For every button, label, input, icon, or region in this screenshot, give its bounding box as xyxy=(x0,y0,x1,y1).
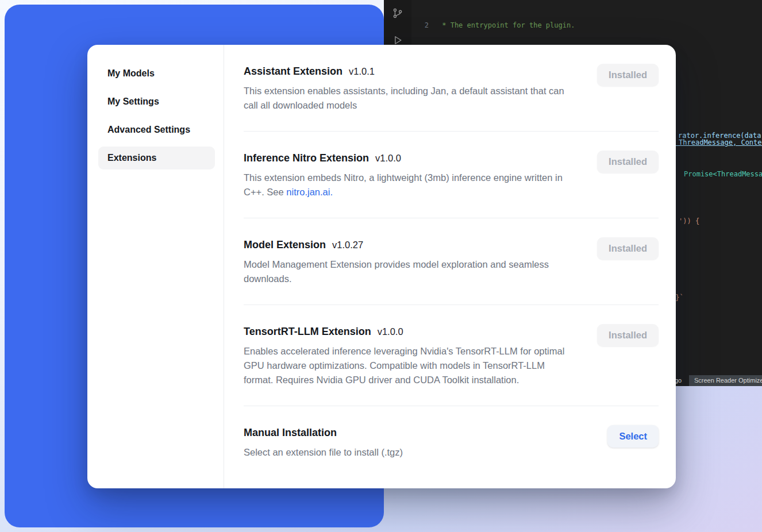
extension-name: Inference Nitro Extension xyxy=(244,152,369,164)
extension-description: Model Management Extension provides mode… xyxy=(244,257,576,286)
extension-name: Model Extension xyxy=(244,239,326,250)
extension-info: TensortRT-LLM Extensionv1.0.0 Enables ac… xyxy=(244,324,576,387)
manual-installation-title: Manual Installation xyxy=(244,425,403,440)
installed-button[interactable]: Installed xyxy=(597,324,659,346)
extension-description: Enables accelerated inference leveraging… xyxy=(244,344,576,387)
extension-description: This extension enables assistants, inclu… xyxy=(244,84,576,113)
run-debug-icon[interactable] xyxy=(392,34,403,46)
sidebar-item-extensions[interactable]: Extensions xyxy=(98,147,215,169)
code-comment: * The entrypoint for the plugin. xyxy=(438,21,575,29)
extension-title: TensortRT-LLM Extensionv1.0.0 xyxy=(244,324,576,339)
code-fragment: ')) { xyxy=(679,217,699,225)
settings-sidebar: My Models My Settings Advanced Settings … xyxy=(87,45,224,488)
extension-version: v1.0.27 xyxy=(332,240,363,250)
extension-description: This extension embeds Nitro, a lightweig… xyxy=(244,171,576,199)
extension-info: Manual Installation Select an extension … xyxy=(244,425,403,460)
extension-name: TensortRT-LLM Extension xyxy=(244,326,371,337)
nitro-jan-ai-link[interactable]: nitro.jan.ai. xyxy=(286,187,333,197)
sidebar-item-my-models[interactable]: My Models xyxy=(98,62,215,85)
select-file-button[interactable]: Select xyxy=(607,425,659,448)
desktop: 2 * The entrypoint for the plugin. 3 */ … xyxy=(0,0,762,532)
sidebar-item-my-settings[interactable]: My Settings xyxy=(98,90,215,113)
installed-button[interactable]: Installed xyxy=(597,151,659,173)
extension-row-nitro: Inference Nitro Extensionv1.0.0 This ext… xyxy=(244,132,659,218)
extension-version: v1.0.0 xyxy=(375,153,401,163)
extension-row-model: Model Extensionv1.0.27 Model Management … xyxy=(244,218,659,305)
installed-button[interactable]: Installed xyxy=(597,237,659,260)
extension-title: Inference Nitro Extensionv1.0.0 xyxy=(244,151,576,165)
manual-installation-description: Select an extension file to install (.tg… xyxy=(244,445,403,460)
extension-title: Assistant Extensionv1.0.1 xyxy=(244,64,576,79)
installed-button[interactable]: Installed xyxy=(597,64,659,86)
extension-title: Model Extensionv1.0.27 xyxy=(244,237,576,252)
extension-name: Assistant Extension xyxy=(244,65,342,77)
extension-row-assistant: Assistant Extensionv1.0.1 This extension… xyxy=(244,45,659,132)
sidebar-item-advanced-settings[interactable]: Advanced Settings xyxy=(98,118,215,141)
settings-modal: My Models My Settings Advanced Settings … xyxy=(87,45,676,488)
sidebar-item-label: My Settings xyxy=(107,97,159,106)
code-line: 2 * The entrypoint for the plugin. xyxy=(414,21,762,30)
sidebar-item-label: My Models xyxy=(107,68,155,78)
manual-installation-row: Manual Installation Select an extension … xyxy=(244,406,659,478)
screen-reader-badge[interactable]: Screen Reader Optimize xyxy=(689,375,762,386)
code-fragment: Promise<ThreadMessage> xyxy=(684,170,762,178)
extension-info: Model Extensionv1.0.27 Model Management … xyxy=(244,237,576,286)
extension-info: Assistant Extensionv1.0.1 This extension… xyxy=(244,64,576,113)
extension-info: Inference Nitro Extensionv1.0.0 This ext… xyxy=(244,151,576,199)
extension-row-tensorrt: TensortRT-LLM Extensionv1.0.0 Enables ac… xyxy=(244,305,659,406)
sidebar-item-label: Extensions xyxy=(107,153,156,163)
code-fragment: rator.inference(data)); xyxy=(678,132,762,140)
sidebar-item-label: Advanced Settings xyxy=(107,125,190,134)
source-control-icon[interactable] xyxy=(391,7,404,20)
extensions-panel: Assistant Extensionv1.0.1 This extension… xyxy=(224,45,676,488)
extension-version: v1.0.0 xyxy=(378,326,403,337)
line-number: 2 xyxy=(414,21,429,30)
extension-version: v1.0.1 xyxy=(349,66,375,76)
